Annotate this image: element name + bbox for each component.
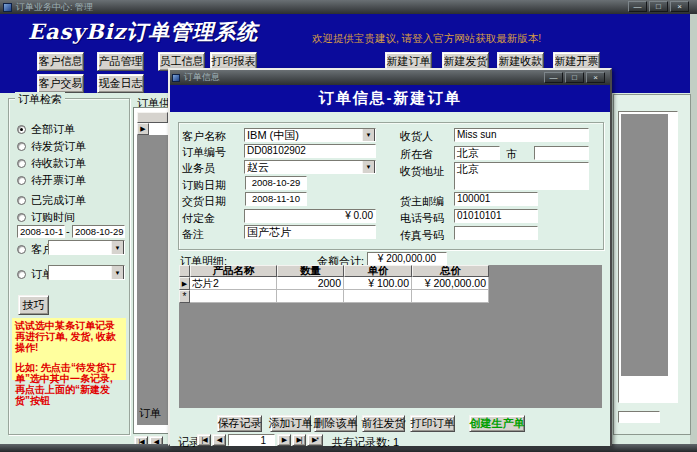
nav-first-button[interactable]: |◀	[197, 434, 211, 446]
address-label: 收货地址	[400, 164, 444, 179]
grid-col-qty[interactable]: 数量	[277, 265, 344, 277]
close-button[interactable]: ×	[670, 1, 689, 12]
fax-input[interactable]	[454, 226, 538, 240]
order-search-groupbox: 订单检索 全部订单 待发货订单 待收款订单 待开票订单 已完成订单 订购时间 2…	[8, 98, 130, 435]
delivery-date-input[interactable]: 2008-11-10	[245, 192, 307, 206]
delivery-date-label: 交货日期	[182, 194, 226, 209]
order-list-grid-area[interactable]	[137, 135, 168, 425]
grid-new-row-cell[interactable]	[412, 290, 489, 303]
grid-new-row-cell[interactable]	[190, 290, 277, 303]
salesman-combo[interactable]: 赵云 ▼	[244, 160, 376, 174]
nav-new-button[interactable]: ▶*	[307, 434, 323, 446]
toolbar-customer-trade-button[interactable]: 客户交易	[37, 74, 84, 93]
add-order-button[interactable]: 添加订单	[270, 415, 311, 432]
nav-prev-button[interactable]: ◀	[212, 434, 226, 446]
radio-icon	[17, 270, 26, 279]
customer-label: 客户名称	[182, 129, 226, 144]
dropdown-arrow-icon[interactable]: ▼	[362, 160, 375, 174]
date-to-input[interactable]: 2008-10-29	[72, 225, 125, 238]
print-order-button[interactable]: 打印订单	[410, 415, 455, 432]
grid-cell-product[interactable]: 芯片2	[190, 277, 277, 290]
dialog-title: 订单信息	[184, 71, 220, 84]
order-no-input[interactable]: DD08102902	[244, 144, 376, 158]
grid-cell-price[interactable]: ¥ 100.00	[344, 277, 412, 290]
dialog-body: 客户名称 IBM (中国) ▼ 订单编号 DD08102902 业务员 赵云 ▼…	[170, 112, 610, 446]
toolbar-cash-log-button[interactable]: 现金日志	[97, 74, 144, 93]
address-input[interactable]: 北京	[454, 162, 589, 190]
radio-icon	[17, 159, 26, 168]
right-grid-area[interactable]	[621, 114, 668, 376]
dialog-titlebar[interactable]: 订单信息 — □ ×	[170, 70, 610, 85]
record-count-label: 共有记录数: 1	[332, 435, 399, 450]
radio-to-collect-orders[interactable]: 待收款订单	[17, 156, 86, 171]
order-date-input[interactable]: 2008-10-29	[245, 176, 307, 190]
minimize-button[interactable]: —	[628, 1, 647, 12]
row-selector-icon: ▶	[179, 277, 190, 290]
window-title: 订单业务中心: 管理	[16, 1, 93, 14]
grid-corner	[179, 265, 190, 277]
remark-input[interactable]: 国产芯片	[244, 225, 376, 239]
grid-cell-qty[interactable]: 2000	[277, 277, 344, 290]
dialog-maximize-button[interactable]: □	[565, 72, 584, 83]
dialog-icon	[172, 74, 180, 82]
new-row-icon: *	[179, 290, 190, 303]
dropdown-arrow-icon[interactable]: ▼	[111, 240, 124, 255]
city-input[interactable]	[534, 146, 589, 160]
remark-label: 备注	[182, 227, 204, 242]
date-separator: -	[66, 225, 70, 237]
radio-to-ship-orders[interactable]: 待发货订单	[17, 139, 86, 154]
dropdown-arrow-icon[interactable]: ▼	[111, 265, 124, 280]
phone-input[interactable]: 01010101	[454, 209, 538, 223]
radio-icon	[17, 176, 26, 185]
dialog-close-button[interactable]: ×	[586, 72, 605, 83]
radio-order-time[interactable]: 订购时间	[17, 210, 75, 225]
tip-line-2: 比如: 先点击“待发货订单”选中其中一条记录, 再点击上面的“新建发货”按钮	[15, 362, 123, 406]
customer-select[interactable]: ▼	[48, 240, 125, 255]
toolbar-customer-info-button[interactable]: 客户信息	[37, 52, 84, 71]
tips-box: 试试选中某条订单记录 再进行订单, 发货, 收款操作! 比如: 先点击“待发货订…	[12, 318, 126, 380]
welcome-text: 欢迎提供宝贵建议, 请登入官方网站获取最新版本!	[312, 32, 541, 46]
grid-new-row-cell[interactable]	[277, 290, 344, 303]
nav-position-input[interactable]: 1	[228, 434, 275, 446]
order-date-label: 订购日期	[182, 178, 226, 193]
grid-col-product[interactable]: 产品名称	[190, 265, 277, 277]
order-list-panel: ▶	[133, 107, 168, 434]
radio-completed-orders[interactable]: 已完成订单	[17, 193, 86, 208]
radio-to-invoice-orders[interactable]: 待开票订单	[17, 173, 86, 188]
total-value: ¥ 200,000.00	[367, 252, 447, 266]
grid-col-price[interactable]: 单价	[344, 265, 412, 277]
dropdown-arrow-icon[interactable]: ▼	[362, 128, 375, 142]
deposit-input[interactable]: ¥ 0.00	[244, 209, 376, 223]
grid-new-row-cell[interactable]	[344, 290, 412, 303]
create-production-button[interactable]: 创建生产单	[469, 415, 525, 432]
consignee-input[interactable]: Miss sun	[454, 128, 589, 142]
grid-col-total[interactable]: 总价	[412, 265, 489, 277]
main-window: 订单业务中心: 管理 — □ × EasyBiz订单管理系统 欢迎提供宝贵建议,…	[0, 0, 697, 452]
radio-all-orders[interactable]: 全部订单	[17, 122, 75, 137]
order-select[interactable]: ▼	[48, 265, 125, 280]
date-from-input[interactable]: 2008-10-1	[17, 225, 65, 238]
salesman-label: 业务员	[182, 161, 215, 176]
province-input[interactable]: 北京	[454, 146, 500, 160]
window-right-edge	[690, 14, 697, 444]
maximize-button[interactable]: □	[649, 1, 668, 12]
toolbar-product-mgmt-button[interactable]: 产品管理	[97, 52, 144, 71]
customer-combo[interactable]: IBM (中国) ▼	[244, 128, 376, 142]
dialog-minimize-button[interactable]: —	[544, 72, 563, 83]
nav-last-button[interactable]: ▶|	[292, 434, 306, 446]
right-panel-field	[618, 411, 660, 423]
main-titlebar[interactable]: 订单业务中心: 管理 — □ ×	[0, 0, 697, 14]
radio-icon	[17, 125, 26, 134]
delete-order-button[interactable]: 删除该单	[314, 415, 357, 432]
radio-icon	[17, 196, 26, 205]
city-label: 市	[506, 147, 517, 162]
grid-cell-total[interactable]: ¥ 200,000.00	[412, 277, 489, 290]
tips-button[interactable]: 技巧	[18, 295, 49, 315]
nav-next-button[interactable]: ▶	[277, 434, 291, 446]
province-label: 所在省	[400, 147, 433, 162]
dialog-header: 订单信息-新建订单	[170, 85, 610, 112]
save-record-button[interactable]: 保存记录	[217, 415, 262, 432]
zip-input[interactable]: 100001	[454, 192, 538, 206]
go-ship-button[interactable]: 前往发货	[362, 415, 405, 432]
order-list-header[interactable]	[137, 112, 168, 123]
